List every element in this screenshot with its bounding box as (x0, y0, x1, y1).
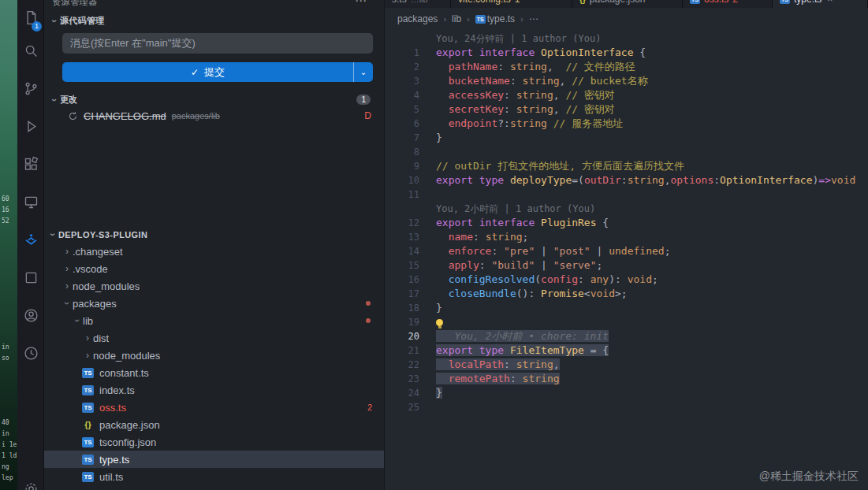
folder-item-dist[interactable]: ›dist (44, 329, 384, 347)
tree-items: ›.changeset›.vscode›node_modules›package… (44, 243, 384, 485)
line-number: 5 (385, 102, 419, 117)
history-icon[interactable] (17, 337, 44, 369)
breadcrumb-label: ⋯ (529, 13, 538, 24)
code-area[interactable]: You, 24分钟前 | 1 author (You)1export inter… (385, 32, 868, 490)
chevron-right-icon: › (82, 332, 93, 343)
code-line-20[interactable]: 20 You, 2小时前 • chore: init (385, 329, 868, 343)
file-item-type.ts[interactable]: TStype.ts (44, 451, 384, 468)
wallpaper-text-fragment: in (2, 430, 9, 438)
tab-oss.ts[interactable]: TSoss.ts2 (683, 0, 773, 8)
code-line-1[interactable]: 1export interface OptionInterface { (385, 46, 868, 60)
code-line-5[interactable]: 5 secretKey: string, // 密钥对 (385, 102, 868, 117)
code-line-23[interactable]: 23 remotePath: string (385, 372, 868, 386)
folder-item-lib[interactable]: ›lib (44, 312, 384, 329)
code-line-22[interactable]: 22 localPath: string, (385, 358, 868, 372)
code-line-10[interactable]: 10export type deployType=(outDir:string,… (385, 173, 868, 187)
code-line-7[interactable]: 7} (385, 131, 868, 145)
tab-type.ts[interactable]: TStype.ts× (773, 0, 868, 8)
commit-dropdown-button[interactable]: ⌄ (353, 62, 373, 82)
source-control-icon[interactable] (17, 72, 44, 104)
line-number: 18 (385, 301, 419, 315)
commit-button[interactable]: ✓ 提交 ⌄ (62, 62, 373, 82)
more-actions-icon[interactable]: ⋯ (355, 0, 367, 8)
breadcrumb-item-packages[interactable]: packages (397, 13, 438, 24)
breadcrumb-item--[interactable]: ⋯ (529, 13, 538, 24)
tree-item-label: .vscode (73, 263, 108, 275)
breadcrumb-item-lib[interactable]: lib (452, 13, 461, 24)
file-item-util.ts[interactable]: TSutil.ts (44, 468, 384, 485)
modified-dot-indicator (366, 318, 371, 323)
tab-label: type.ts (794, 0, 821, 5)
modified-dot-indicator (366, 301, 371, 306)
code-line-24[interactable]: 24} (385, 386, 868, 400)
extensions-icon[interactable] (17, 148, 44, 180)
breadcrumb-label: type.ts (487, 13, 515, 24)
wallpaper-text-fragment: 52 (2, 217, 9, 225)
code-line-8[interactable]: 8 (385, 145, 868, 159)
folder-item-node-modules[interactable]: ›node_modules (44, 277, 384, 295)
code-line-17[interactable]: 17 closeBundle(): Promise<void>; (385, 287, 868, 301)
settings-gear-icon[interactable] (17, 473, 44, 490)
json-file-icon: {} (82, 420, 94, 429)
file-item-package.json[interactable]: {}package.json (44, 416, 384, 433)
folder-item-packages[interactable]: ›packages (44, 295, 384, 312)
changed-file-row[interactable]: CHANGELOG.md packages/lib D (44, 107, 384, 124)
code-line-16[interactable]: 16 configResolved(config: any): void; (385, 273, 868, 287)
line-number: 20 (385, 329, 419, 343)
file-item-constant.ts[interactable]: TSconstant.ts (44, 364, 384, 381)
tab-label: oss.ts (704, 0, 728, 5)
line-number: 19 (385, 315, 419, 329)
search-icon[interactable] (17, 35, 44, 66)
code-line-15[interactable]: 15 apply: "build" | "serve"; (385, 258, 868, 273)
run-debug-icon[interactable] (17, 110, 44, 142)
source-control-section-header[interactable]: › 源代码管理 (44, 9, 384, 30)
git-blame-lens: You, 24分钟前 | 1 author (You) (385, 32, 868, 46)
tree-item-label: constant.ts (99, 367, 149, 379)
file-item-tsconfig.json[interactable]: TStsconfig.json (44, 433, 384, 451)
file-item-index.ts[interactable]: TSindex.ts (44, 381, 384, 399)
code-line-19[interactable]: 19 (385, 315, 868, 329)
tab-s.ts[interactable]: s.ts…lib (385, 0, 451, 8)
code-line-9[interactable]: 9// outDir 打包文件的地址, 方便后面去遍历找文件 (385, 159, 868, 173)
tree-item-label: type.ts (99, 454, 129, 466)
remote-explorer-icon[interactable] (17, 186, 44, 217)
commit-button-label: 提交 (204, 65, 225, 80)
panel-icon[interactable] (17, 262, 44, 293)
file-item-oss.ts[interactable]: TSoss.ts2 (44, 399, 384, 416)
lightbulb-icon[interactable] (436, 319, 443, 326)
code-line-3[interactable]: 3 bucketName: string, // bucket名称 (385, 74, 868, 88)
workspace-root-header[interactable]: › DEPLOY-S3-PLUGIN (44, 227, 384, 243)
workspace-root-label: DEPLOY-S3-PLUGIN (58, 230, 147, 239)
tab-vite.config.ts[interactable]: vite.config.ts1 (451, 0, 572, 8)
code-line-13[interactable]: 13 name: string; (385, 230, 868, 244)
account-icon[interactable] (17, 299, 44, 331)
code-line-11[interactable]: 11 (385, 187, 868, 202)
tab-package.json[interactable]: {}package.json (572, 0, 683, 8)
code-line-12[interactable]: 12export interface PluginRes { (385, 216, 868, 230)
ts-file-icon: TS (82, 403, 94, 413)
check-icon: ✓ (191, 67, 199, 78)
explorer-icon[interactable]: 1 (17, 2, 44, 33)
code-line-4[interactable]: 4 accessKey: string, // 密钥对 (385, 88, 868, 102)
ts-file-icon: TS (690, 0, 700, 4)
tree-item-label: index.ts (99, 384, 135, 396)
commit-button-main[interactable]: ✓ 提交 (62, 62, 353, 82)
changes-section-header[interactable]: › 更改 1 (44, 94, 384, 106)
folder-item-.vscode[interactable]: ›.vscode (44, 260, 384, 277)
close-icon[interactable]: × (827, 0, 833, 5)
code-line-2[interactable]: 2 pathName: string, // 文件的路径 (385, 60, 868, 74)
tab-bar: s.ts…libvite.config.ts1{}package.jsonTSo… (385, 0, 868, 8)
folder-item-node-modules[interactable]: ›node_modules (44, 347, 384, 364)
code-line-25[interactable]: 25 (385, 400, 868, 414)
code-line-21[interactable]: 21export type FileItemType = { (385, 343, 868, 358)
code-line-18[interactable]: 18} (385, 301, 868, 315)
juejin-icon[interactable] (17, 224, 44, 255)
watermark-text: @稀土掘金技术社区 (759, 470, 859, 484)
code-line-14[interactable]: 14 enforce: "pre" | "post" | undefined; (385, 244, 868, 258)
code-line-6[interactable]: 6 endpoint?:string // 服务器地址 (385, 117, 868, 131)
folder-item-.changeset[interactable]: ›.changeset (44, 243, 384, 260)
wallpaper-text-fragment: ng (2, 463, 9, 471)
breadcrumb-item-type.ts[interactable]: TStype.ts (475, 13, 515, 24)
line-number: 2 (385, 60, 419, 74)
commit-message-input[interactable]: 消息(按Enter 在"main"提交) (62, 33, 373, 54)
